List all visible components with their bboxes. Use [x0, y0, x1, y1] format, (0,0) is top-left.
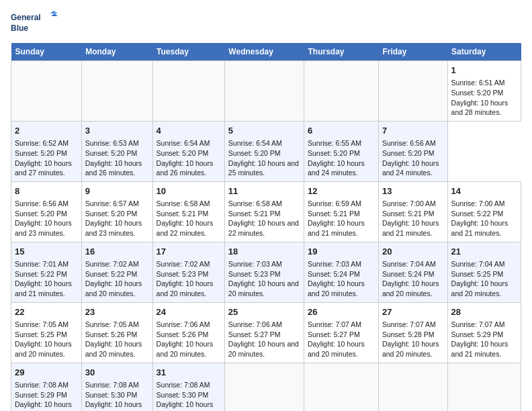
sunrise: Sunrise: 7:03 AM	[228, 260, 282, 268]
day-number: 30	[85, 367, 149, 379]
day-number: 1	[451, 64, 517, 77]
day-number: 2	[15, 125, 78, 137]
calendar-cell: 27Sunrise: 7:07 AMSunset: 5:28 PMDayligh…	[378, 302, 447, 363]
calendar-week-row: 1Sunrise: 6:51 AMSunset: 5:20 PMDaylight…	[11, 61, 521, 122]
daylight: Daylight: 10 hours and 20 minutes.	[451, 279, 508, 298]
calendar-cell: 24Sunrise: 7:06 AMSunset: 5:26 PMDayligh…	[152, 302, 224, 363]
calendar-week-row: 15Sunrise: 7:01 AMSunset: 5:22 PMDayligh…	[11, 242, 521, 302]
sunset: Sunset: 5:25 PM	[15, 330, 67, 338]
daylight: Daylight: 10 hours and 24 minutes.	[382, 159, 439, 177]
day-number: 19	[308, 246, 375, 258]
daylight: Daylight: 10 hours and 20 minutes.	[382, 340, 439, 358]
day-number: 23	[85, 306, 149, 318]
daylight: Daylight: 10 hours and 21 minutes.	[308, 219, 365, 237]
daylight: Daylight: 10 hours and 20 minutes.	[157, 279, 214, 298]
sunrise: Sunrise: 7:05 AM	[85, 320, 139, 328]
sunrise: Sunrise: 6:53 AM	[85, 139, 139, 147]
sunrise: Sunrise: 6:54 AM	[157, 139, 210, 147]
calendar-cell: 4Sunrise: 6:54 AMSunset: 5:20 PMDaylight…	[152, 121, 224, 181]
sunset: Sunset: 5:20 PM	[85, 149, 138, 157]
sunset: Sunset: 5:27 PM	[308, 330, 360, 338]
calendar-cell: 19Sunrise: 7:03 AMSunset: 5:24 PMDayligh…	[304, 242, 379, 302]
calendar-cell: 9Sunrise: 6:57 AMSunset: 5:20 PMDaylight…	[81, 181, 152, 242]
calendar-cell: 20Sunrise: 7:04 AMSunset: 5:24 PMDayligh…	[378, 242, 447, 302]
sunset: Sunset: 5:20 PM	[228, 149, 281, 157]
sunrise: Sunrise: 6:58 AM	[157, 199, 210, 208]
sunrise: Sunrise: 7:06 AM	[157, 320, 210, 328]
day-number: 12	[308, 185, 375, 197]
calendar-cell-empty	[152, 61, 224, 122]
calendar-week-row: 22Sunrise: 7:05 AMSunset: 5:25 PMDayligh…	[11, 302, 521, 363]
daylight: Daylight: 10 hours and 22 minutes.	[157, 400, 214, 411]
calendar-cell: 18Sunrise: 7:03 AMSunset: 5:23 PMDayligh…	[224, 242, 304, 302]
daylight: Daylight: 10 hours and 20 minutes.	[308, 279, 365, 298]
day-number: 29	[15, 367, 78, 379]
daylight: Daylight: 10 hours and 21 minutes.	[15, 279, 72, 298]
column-header-wednesday: Wednesday	[224, 43, 304, 61]
sunrise: Sunrise: 7:04 AM	[451, 260, 505, 268]
sunrise: Sunrise: 7:08 AM	[157, 381, 210, 389]
calendar-cell-empty	[304, 61, 379, 122]
day-number: 13	[382, 185, 444, 197]
calendar-cell: 31Sunrise: 7:08 AMSunset: 5:30 PMDayligh…	[152, 363, 224, 411]
sunset: Sunset: 5:29 PM	[15, 391, 67, 399]
calendar-cell: 6Sunrise: 6:55 AMSunset: 5:20 PMDaylight…	[304, 121, 379, 181]
day-number: 6	[308, 125, 375, 137]
sunrise: Sunrise: 6:56 AM	[15, 199, 69, 208]
calendar-cell: 10Sunrise: 6:58 AMSunset: 5:21 PMDayligh…	[152, 181, 224, 242]
day-number: 10	[157, 185, 221, 197]
sunrise: Sunrise: 7:06 AM	[228, 320, 282, 328]
daylight: Daylight: 10 hours and 20 minutes.	[85, 279, 142, 298]
sunrise: Sunrise: 7:07 AM	[451, 320, 505, 328]
daylight: Daylight: 10 hours and 28 minutes.	[451, 99, 508, 117]
calendar-table: SundayMondayTuesdayWednesdayThursdayFrid…	[11, 43, 521, 411]
calendar-cell: 28Sunrise: 7:07 AMSunset: 5:29 PMDayligh…	[447, 302, 521, 363]
daylight: Daylight: 10 hours and 21 minutes.	[85, 400, 142, 411]
day-number: 16	[85, 246, 149, 258]
calendar-cell: 3Sunrise: 6:53 AMSunset: 5:20 PMDaylight…	[81, 121, 152, 181]
sunset: Sunset: 5:26 PM	[85, 330, 138, 338]
daylight: Daylight: 10 hours and 21 minutes.	[382, 219, 439, 237]
calendar-cell: 17Sunrise: 7:02 AMSunset: 5:23 PMDayligh…	[152, 242, 224, 302]
calendar-cell-empty	[304, 363, 379, 411]
sunset: Sunset: 5:20 PM	[308, 149, 360, 157]
sunset: Sunset: 5:20 PM	[157, 149, 209, 157]
page-header: General Blue	[11, 11, 521, 38]
calendar-cell-empty	[224, 61, 304, 122]
sunset: Sunset: 5:30 PM	[157, 391, 209, 399]
sunset: Sunset: 5:20 PM	[85, 210, 138, 218]
sunrise: Sunrise: 7:07 AM	[308, 320, 361, 328]
calendar-cell-empty	[224, 363, 304, 411]
sunset: Sunset: 5:30 PM	[85, 391, 138, 399]
calendar-cell-empty	[378, 363, 447, 411]
calendar-cell: 15Sunrise: 7:01 AMSunset: 5:22 PMDayligh…	[11, 242, 82, 302]
calendar-cell: 12Sunrise: 6:59 AMSunset: 5:21 PMDayligh…	[304, 181, 379, 242]
daylight: Daylight: 10 hours and 23 minutes.	[85, 219, 142, 237]
calendar-week-row: 29Sunrise: 7:08 AMSunset: 5:29 PMDayligh…	[11, 363, 521, 411]
day-number: 31	[157, 367, 221, 379]
daylight: Daylight: 10 hours and 20 minutes.	[15, 340, 72, 358]
daylight: Daylight: 10 hours and 23 minutes.	[15, 219, 72, 237]
day-number: 8	[15, 185, 78, 197]
daylight: Daylight: 10 hours and 22 minutes.	[228, 219, 299, 237]
day-number: 21	[451, 246, 517, 258]
column-header-friday: Friday	[378, 43, 447, 61]
calendar-cell-empty	[447, 363, 521, 411]
calendar-cell: 5Sunrise: 6:54 AMSunset: 5:20 PMDaylight…	[224, 121, 304, 181]
calendar-cell: 11Sunrise: 6:58 AMSunset: 5:21 PMDayligh…	[224, 181, 304, 242]
calendar-cell-empty	[11, 61, 82, 122]
day-number: 27	[382, 306, 444, 318]
calendar-cell: 1Sunrise: 6:51 AMSunset: 5:20 PMDaylight…	[447, 61, 521, 122]
sunrise: Sunrise: 7:00 AM	[382, 199, 436, 208]
calendar-cell: 2Sunrise: 6:52 AMSunset: 5:20 PMDaylight…	[11, 121, 82, 181]
day-number: 25	[228, 306, 300, 318]
svg-marker-3	[51, 13, 58, 16]
column-header-monday: Monday	[81, 43, 152, 61]
daylight: Daylight: 10 hours and 26 minutes.	[85, 159, 142, 177]
day-number: 22	[15, 306, 78, 318]
sunset: Sunset: 5:27 PM	[228, 330, 281, 338]
sunrise: Sunrise: 6:54 AM	[228, 139, 282, 147]
sunrise: Sunrise: 6:51 AM	[451, 79, 505, 87]
daylight: Daylight: 10 hours and 21 minutes.	[15, 400, 72, 411]
day-number: 24	[157, 306, 221, 318]
